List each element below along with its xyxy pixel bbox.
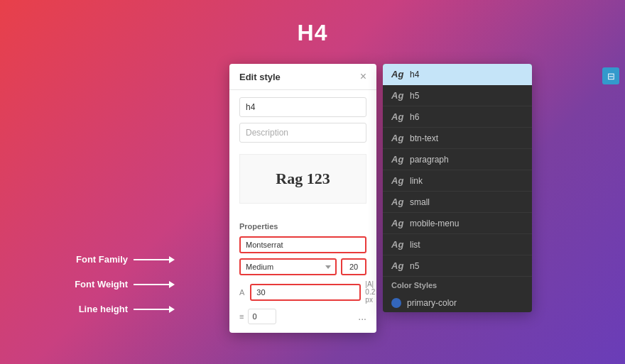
line-height-arrow — [134, 306, 175, 313]
line-height-icon: A — [239, 288, 244, 297]
style-name-label: mobile-menu — [410, 219, 459, 228]
font-family-input[interactable] — [239, 236, 366, 253]
style-name-label: h5 — [410, 91, 419, 101]
page-title: H4 — [0, 0, 625, 46]
style-item-h5[interactable]: Ag h5 — [383, 85, 532, 106]
style-name-label: btn-text — [410, 133, 438, 143]
spacing-row: ≡ ... — [239, 309, 366, 324]
dialog-title: Edit style — [239, 72, 281, 82]
line-height-annotation: Line height — [71, 304, 175, 314]
style-panel: Ag h4 Ag h5 Ag h6 Ag btn-text Ag paragra… — [383, 64, 532, 312]
description-input[interactable] — [239, 123, 366, 143]
style-items-list: Ag h4 Ag h5 Ag h6 Ag btn-text Ag paragra… — [383, 64, 532, 277]
style-ag-icon: Ag — [391, 154, 404, 165]
style-ag-icon: Ag — [391, 218, 404, 228]
style-name-label: link — [410, 176, 423, 186]
line-height-row: A |A| 0.2 px — [239, 280, 366, 304]
line-height-label: Line height — [71, 304, 128, 314]
arrow-head — [169, 256, 175, 263]
style-name-label: h6 — [410, 112, 419, 122]
style-ag-icon: Ag — [391, 260, 404, 271]
properties-section: Properties Medium Regular Bold Light Sem… — [229, 216, 376, 333]
filter-icon: ⊟ — [607, 71, 615, 82]
arrow-line — [134, 309, 169, 310]
preview-text: Rag 123 — [276, 170, 330, 188]
line-height-input[interactable] — [250, 284, 361, 301]
annotations-panel: Font Family Font Weight Line height — [71, 254, 175, 314]
color-swatch — [391, 298, 401, 308]
font-family-label: Font Family — [71, 254, 128, 265]
filter-button[interactable]: ⊟ — [602, 67, 619, 84]
style-ag-icon: Ag — [391, 175, 404, 186]
arrow-head — [169, 306, 175, 313]
arrow-line — [134, 259, 169, 260]
arrow-line — [134, 284, 169, 285]
more-button[interactable]: ... — [358, 311, 366, 322]
color-name-label: primary-color — [407, 298, 457, 308]
color-item-primary-color[interactable]: primary-color — [383, 294, 532, 312]
style-ag-icon: Ag — [391, 239, 404, 250]
style-ag-icon: Ag — [391, 90, 404, 101]
color-styles-label: Color Styles — [383, 277, 532, 294]
font-weight-annotation: Font Weight — [71, 279, 175, 289]
style-item-h6[interactable]: Ag h6 — [383, 106, 532, 128]
font-weight-label: Font Weight — [71, 279, 128, 289]
style-ag-icon: Ag — [391, 133, 404, 143]
dialog-header: Edit style × — [229, 64, 376, 90]
close-button[interactable]: × — [360, 71, 366, 82]
font-weight-select[interactable]: Medium Regular Bold Light SemiBold — [239, 258, 337, 275]
style-ag-icon: Ag — [391, 69, 404, 79]
style-ag-icon: Ag — [391, 111, 404, 122]
style-name-label: small — [410, 197, 430, 207]
font-size-input[interactable] — [341, 258, 366, 275]
spacing-icon: ≡ — [239, 312, 244, 321]
style-item-paragraph[interactable]: Ag paragraph — [383, 149, 532, 170]
font-family-arrow — [134, 256, 175, 263]
style-name-label: n5 — [410, 261, 419, 271]
edit-style-dialog: Edit style × Rag 123 Properties Medium R… — [229, 64, 376, 333]
style-ag-icon: Ag — [391, 197, 404, 207]
font-weight-row: Medium Regular Bold Light SemiBold — [239, 258, 366, 275]
kern-display: |A| 0.2 px — [365, 280, 375, 304]
color-items-list: primary-color — [383, 294, 532, 312]
style-item-list[interactable]: Ag list — [383, 234, 532, 255]
style-name-input[interactable] — [239, 97, 366, 117]
style-item-btn-text[interactable]: Ag btn-text — [383, 128, 532, 149]
font-family-annotation: Font Family — [71, 254, 175, 265]
style-name-label: paragraph — [410, 155, 449, 165]
spacing-input[interactable] — [248, 309, 276, 324]
font-weight-arrow — [134, 281, 175, 288]
style-item-h4[interactable]: Ag h4 — [383, 64, 532, 85]
arrow-head — [169, 281, 175, 288]
style-item-small[interactable]: Ag small — [383, 192, 532, 213]
font-family-row — [239, 236, 366, 253]
style-item-link[interactable]: Ag link — [383, 170, 532, 192]
dialog-body: Rag 123 — [229, 90, 376, 216]
style-item-n5[interactable]: Ag n5 — [383, 255, 532, 277]
preview-area: Rag 123 — [239, 154, 366, 204]
style-name-label: list — [410, 240, 420, 250]
style-name-label: h4 — [410, 70, 419, 79]
style-item-mobile-menu[interactable]: Ag mobile-menu — [383, 213, 532, 234]
properties-label: Properties — [239, 222, 366, 231]
